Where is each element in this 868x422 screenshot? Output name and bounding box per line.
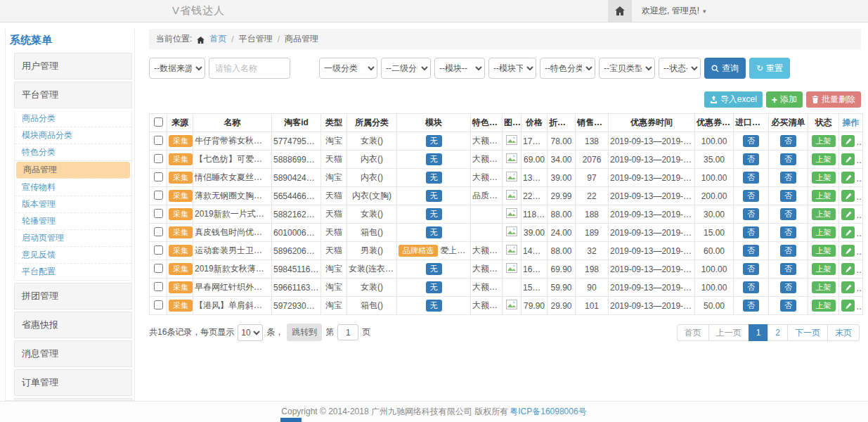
status-badge[interactable]: 上架: [812, 245, 836, 257]
edit-button[interactable]: [841, 300, 855, 312]
edit-button[interactable]: [841, 281, 855, 293]
import-select-badge[interactable]: 否: [743, 172, 759, 184]
edit-button[interactable]: [841, 226, 855, 238]
pager-first[interactable]: 首页: [677, 324, 709, 341]
import-select-badge[interactable]: 否: [743, 245, 759, 257]
import-select-badge[interactable]: 否: [743, 135, 759, 147]
row-checkbox[interactable]: [154, 172, 163, 181]
import-select-badge[interactable]: 否: [743, 281, 759, 293]
select-all-checkbox[interactable]: [154, 117, 163, 127]
must-buy-badge[interactable]: 否: [780, 263, 796, 275]
status-badge[interactable]: 上架: [812, 190, 836, 202]
sidebar-subitem-active[interactable]: 商品管理: [16, 162, 130, 179]
jump-page-input[interactable]: [337, 324, 358, 340]
sidebar-subitem[interactable]: 宣传物料: [15, 179, 131, 196]
sidebar-subitem[interactable]: 轮播管理: [15, 213, 131, 230]
edit-button[interactable]: [841, 190, 855, 202]
edit-button[interactable]: [841, 263, 855, 275]
icp-link[interactable]: 粤ICP备16098006号: [510, 406, 586, 418]
status-badge[interactable]: 上架: [812, 153, 836, 165]
row-checkbox[interactable]: [154, 264, 163, 273]
must-buy-badge[interactable]: 否: [780, 245, 796, 257]
row-checkbox[interactable]: [154, 245, 163, 255]
row-checkbox[interactable]: [154, 136, 163, 145]
filter-item-type-select[interactable]: --宝贝类型--: [599, 58, 655, 79]
edit-button[interactable]: [841, 245, 855, 257]
must-buy-badge[interactable]: 否: [780, 226, 796, 238]
sidebar-subitem[interactable]: 特色分类: [15, 144, 131, 161]
filter-level1-select[interactable]: 一级分类: [319, 58, 377, 79]
must-buy-badge[interactable]: 否: [780, 190, 796, 202]
special-category: 大额优惠券: [472, 154, 503, 164]
filter-name-input[interactable]: [209, 58, 290, 79]
pager-page-2[interactable]: 2: [767, 324, 788, 341]
row-checkbox[interactable]: [154, 282, 163, 291]
pager-page-1[interactable]: 1: [749, 324, 769, 341]
breadcrumb-home-link[interactable]: 首页: [209, 33, 226, 45]
must-buy-badge[interactable]: 否: [780, 135, 796, 147]
sidebar-group-messages[interactable]: 消息管理: [14, 340, 132, 367]
search-button[interactable]: 查询: [704, 58, 746, 79]
edit-button[interactable]: [841, 172, 855, 184]
sidebar-group-express-news[interactable]: 省惠快报: [14, 312, 132, 338]
sidebar-group-groupbuy[interactable]: 拼团管理: [14, 283, 132, 309]
edit-icon: [845, 211, 852, 218]
filter-status-select[interactable]: --状态--: [659, 58, 701, 79]
sidebar-subitem[interactable]: 版本管理: [15, 196, 131, 213]
row-checkbox[interactable]: [154, 191, 163, 200]
pager-last[interactable]: 末页: [827, 324, 860, 341]
edit-button[interactable]: [841, 208, 855, 220]
must-buy-badge[interactable]: 否: [780, 153, 796, 165]
batch-delete-button[interactable]: 批量删除: [806, 91, 861, 108]
jump-button[interactable]: 跳转到: [287, 324, 322, 341]
home-button[interactable]: [608, 0, 632, 22]
reset-button[interactable]: ↻ 重置: [749, 58, 790, 79]
import-select-badge[interactable]: 否: [743, 208, 759, 220]
sidebar-group-platform[interactable]: 平台管理: [14, 82, 132, 108]
status-badge[interactable]: 上架: [812, 172, 836, 184]
import-select-badge[interactable]: 否: [743, 226, 759, 238]
filter-source-select[interactable]: --数据来源--: [149, 58, 205, 79]
import-select-badge[interactable]: 否: [743, 153, 759, 165]
table-row: 采集 2019新款一片式系... 588216228899 天猫 女装() 无 …: [150, 205, 863, 224]
must-buy-badge[interactable]: 否: [780, 172, 796, 184]
column-header: 图标: [503, 114, 522, 132]
filter-module-select[interactable]: --模块--: [434, 58, 485, 79]
edit-button[interactable]: [841, 153, 855, 165]
import-select-badge[interactable]: 否: [743, 190, 759, 202]
pager-next[interactable]: 下一页: [787, 324, 828, 341]
row-checkbox[interactable]: [154, 209, 163, 218]
must-buy-badge[interactable]: 否: [780, 208, 796, 220]
filter-module-sub-select[interactable]: --模块下分类--: [488, 58, 536, 79]
must-buy-badge[interactable]: 否: [780, 281, 796, 293]
filter-level2-select[interactable]: --二级分类--: [381, 58, 431, 79]
user-menu[interactable]: 欢迎您, 管理员! ▾: [632, 5, 706, 17]
status-badge[interactable]: 上架: [812, 226, 836, 238]
import-icon: [710, 96, 718, 103]
row-checkbox[interactable]: [154, 227, 163, 236]
sidebar-subitem[interactable]: 模块商品分类: [15, 127, 131, 144]
row-checkbox[interactable]: [154, 154, 163, 163]
filter-special-select[interactable]: --特色分类--: [540, 58, 595, 79]
import-select-badge[interactable]: 否: [743, 263, 759, 275]
import-select-badge[interactable]: 否: [743, 300, 759, 312]
sidebar-group-orders[interactable]: 订单管理: [14, 369, 132, 396]
must-buy-badge[interactable]: 否: [780, 300, 796, 312]
status-badge[interactable]: 上架: [812, 263, 836, 275]
per-page-select[interactable]: 10: [238, 324, 263, 341]
status-badge[interactable]: 上架: [812, 135, 836, 147]
add-button[interactable]: + 添加: [766, 91, 803, 108]
sidebar-subitem[interactable]: 意见反馈: [15, 247, 131, 264]
status-badge[interactable]: 上架: [812, 281, 836, 293]
row-checkbox[interactable]: [154, 300, 163, 309]
status-badge[interactable]: 上架: [812, 208, 836, 220]
edit-button[interactable]: [841, 135, 855, 147]
sidebar-group-users[interactable]: 用户管理: [14, 53, 132, 79]
app-title: V省钱达人: [172, 4, 225, 18]
sidebar-subitem[interactable]: 平台配置: [15, 264, 131, 280]
sidebar-subitem[interactable]: 商品分类: [15, 110, 131, 127]
pager-prev[interactable]: 上一页: [708, 324, 749, 341]
import-excel-button[interactable]: 导入excel: [704, 91, 763, 108]
status-badge[interactable]: 上架: [812, 300, 836, 312]
sidebar-subitem[interactable]: 启动页管理: [15, 230, 131, 247]
